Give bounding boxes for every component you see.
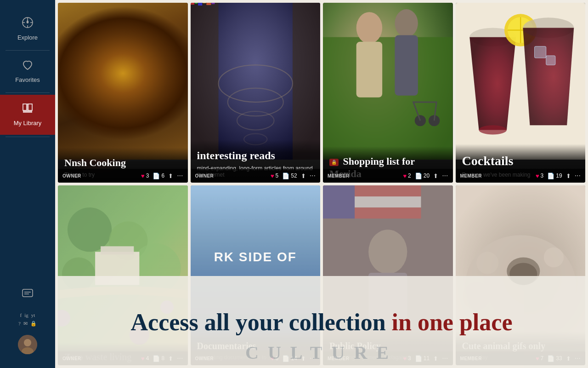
lock-icon[interactable]: 🔒 [30, 321, 37, 327]
more-icon-2[interactable]: ··· [310, 172, 316, 180]
svg-rect-25 [191, 3, 194, 5]
card-title-4: Cocktails [462, 153, 579, 169]
library-label: My Library [14, 120, 42, 127]
library-svg [191, 3, 321, 160]
svg-rect-47 [534, 46, 546, 58]
share-icon-1[interactable]: ⬆ [168, 172, 173, 179]
card-image-library [191, 3, 321, 160]
sidebar-bottom: f ig yt ? ✉ 🔒 [0, 281, 55, 359]
svg-rect-19 [191, 3, 219, 160]
svg-rect-7 [23, 104, 27, 110]
promo-container: Access all your collection in one place … [131, 309, 513, 336]
card-role-3: MEMBER [328, 173, 399, 178]
svg-point-72 [543, 247, 563, 267]
sidebar-item-chat[interactable] [0, 281, 55, 312]
svg-rect-34 [356, 42, 382, 98]
explore-label: Explore [17, 34, 38, 41]
card-footer-4: MEMBER ♥ 3 📄 19 ⬆ ··· [456, 169, 586, 183]
food-bg [58, 3, 188, 160]
svg-point-71 [476, 252, 498, 274]
svg-rect-48 [546, 56, 555, 65]
card-hearts-3: ♥ 2 [403, 172, 411, 179]
sidebar: Explore Favorites My Library [0, 0, 55, 368]
svg-rect-32 [323, 37, 453, 160]
card-nnsh-cooking[interactable]: Nnsh Cooking Things to try OWNER ♥ 3 📄 6… [58, 3, 188, 183]
heart-icon-4: ♥ [536, 172, 539, 179]
doc-icon-2: 📄 [282, 172, 289, 179]
doc-icon-3: 📄 [415, 172, 422, 179]
more-icon-3[interactable]: ··· [442, 172, 448, 180]
help-icon[interactable]: ? [18, 321, 21, 327]
svg-rect-30 [211, 3, 215, 4]
rk-text: RK SIDE OF [214, 250, 297, 264]
share-icon-4[interactable]: ⬆ [566, 172, 571, 179]
svg-point-35 [395, 9, 418, 37]
card-role-4: MEMBER [460, 173, 532, 178]
culture-text: CULTURE [245, 342, 398, 363]
doc-icon-4: 📄 [547, 172, 554, 179]
heart-icon [22, 60, 34, 74]
card-docs-1: 📄 6 [153, 172, 164, 179]
explore-icon [22, 17, 34, 31]
lock-badge: 🔒 [329, 159, 339, 166]
favorites-label: Favorites [15, 76, 40, 83]
share-icon-3[interactable]: ⬆ [433, 172, 438, 179]
card-docs-4: 📄 19 [547, 172, 562, 179]
more-icon-4[interactable]: ··· [575, 172, 581, 180]
card-title-2: interesting reads [197, 149, 314, 162]
card-role-2: OWNER [195, 173, 267, 178]
instagram-icon[interactable]: ig [24, 312, 28, 318]
card-cocktails[interactable]: Cocktails Recipes we've been making MEMB… [456, 3, 586, 183]
heart-icon-3: ♥ [403, 172, 407, 179]
svg-rect-12 [23, 289, 33, 297]
doc-icon-1: 📄 [153, 172, 160, 179]
social-icons: f ig yt [20, 312, 35, 318]
card-docs-3: 📄 20 [415, 172, 430, 179]
sidebar-item-my-library[interactable]: My Library [0, 95, 55, 135]
heart-icon-2: ♥ [271, 172, 274, 179]
library-icon [21, 102, 34, 117]
card-interesting-reads[interactable]: interesting reads mind-expanding, long-f… [191, 3, 321, 183]
svg-rect-36 [395, 35, 418, 96]
facebook-icon[interactable]: f [20, 312, 22, 318]
avatar[interactable] [18, 335, 37, 354]
svg-point-50 [68, 207, 112, 252]
promo-overlay: Access all your collection in one place … [55, 276, 588, 368]
svg-point-33 [356, 12, 382, 44]
svg-point-16 [24, 339, 31, 346]
youtube-icon[interactable]: yt [31, 312, 35, 318]
card-image-couple [323, 3, 453, 160]
card-footer-3: MEMBER ♥ 2 📄 20 ⬆ ··· [323, 169, 453, 183]
card-docs-2: 📄 52 [282, 172, 297, 179]
card-image-cocktail [456, 3, 586, 160]
card-footer-1: OWNER ♥ 3 📄 6 ⬆ ··· [58, 169, 188, 183]
svg-rect-28 [203, 3, 206, 3]
more-icon-1[interactable]: ··· [177, 172, 183, 180]
card-hearts-2: ♥ 5 [271, 172, 278, 179]
svg-rect-27 [198, 3, 202, 6]
card-title-1: Nnsh Cooking [64, 157, 181, 169]
svg-rect-26 [195, 3, 198, 4]
svg-rect-55 [101, 246, 134, 254]
main-content: Nnsh Cooking Things to try OWNER ♥ 3 📄 6… [55, 0, 588, 368]
email-icon[interactable]: ✉ [23, 321, 28, 327]
card-hearts-1: ♥ 3 [141, 172, 149, 179]
card-hearts-4: ♥ 3 [536, 172, 543, 179]
sidebar-item-explore[interactable]: Explore [0, 9, 55, 48]
card-shopping-merida[interactable]: 🔒 Shopping list for Merida MEMBER ♥ 2 📄 … [323, 3, 453, 183]
sidebar-divider-1 [6, 50, 50, 51]
sidebar-item-favorites[interactable]: Favorites [0, 52, 55, 91]
promo-text-highlight: in one place [392, 309, 513, 335]
sidebar-divider-2 [6, 92, 50, 93]
share-icon-2[interactable]: ⬆ [301, 172, 306, 179]
sidebar-divider-3 [6, 137, 50, 137]
svg-rect-29 [206, 3, 211, 5]
card-footer-2: OWNER ♥ 5 📄 52 ⬆ ··· [191, 169, 321, 183]
heart-icon-1: ♥ [141, 172, 145, 179]
svg-point-41 [479, 125, 507, 134]
svg-rect-20 [292, 3, 320, 160]
chat-icon [22, 288, 34, 302]
support-icons: ? ✉ 🔒 [18, 321, 37, 327]
card-role-1: OWNER [62, 173, 137, 178]
promo-text: Access all your collection in one place [131, 309, 513, 336]
